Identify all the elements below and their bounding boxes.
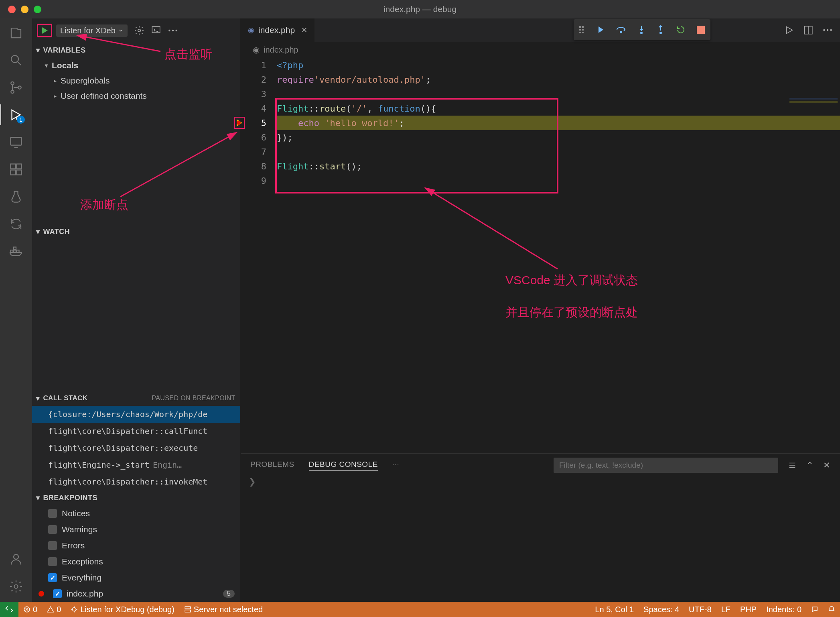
status-eol[interactable]: LF: [716, 602, 735, 617]
docker-icon[interactable]: [8, 243, 24, 259]
accounts-icon[interactable]: [8, 551, 24, 567]
debug-config-select[interactable]: Listen for XDeb: [56, 24, 128, 37]
minimap[interactable]: [789, 98, 838, 122]
status-indent[interactable]: Spaces: 4: [639, 602, 684, 617]
callstack-frame[interactable]: flight\core\Dispatcher::execute: [32, 440, 240, 456]
clear-console-icon[interactable]: [788, 461, 797, 470]
debug-console-shortcut-icon[interactable]: [151, 25, 161, 36]
svg-point-2: [11, 90, 14, 94]
step-over-icon[interactable]: [616, 26, 626, 34]
checkbox-icon[interactable]: ✓: [48, 573, 57, 582]
close-panel-icon[interactable]: ✕: [823, 460, 830, 470]
split-editor-icon[interactable]: [803, 25, 814, 35]
breakpoint-item[interactable]: ✓index.php5: [32, 586, 240, 602]
line-number: 3: [241, 87, 277, 101]
debug-console-filter-input[interactable]: [554, 458, 778, 473]
checkbox-icon[interactable]: [48, 557, 57, 566]
zoom-window-button[interactable]: [34, 6, 41, 13]
current-breakpoint-marker-icon: [234, 117, 245, 129]
close-window-button[interactable]: [8, 6, 16, 13]
svg-rect-7: [11, 170, 16, 175]
breakpoint-item[interactable]: ✓Everything: [32, 570, 240, 586]
more-icon[interactable]: [168, 29, 178, 33]
svg-point-21: [620, 31, 622, 33]
debug-config-label: Listen for XDeb: [60, 26, 116, 35]
start-debug-button[interactable]: [37, 24, 52, 37]
checkbox-icon[interactable]: [48, 525, 57, 534]
breakpoint-item[interactable]: Errors: [32, 538, 240, 554]
debug-toolbar[interactable]: [574, 19, 710, 40]
svg-rect-13: [14, 247, 16, 250]
run-debug-icon[interactable]: 1: [8, 107, 24, 123]
bottom-panel: PROBLEMS DEBUG CONSOLE ··· ⌃ ✕ ❯: [241, 453, 840, 602]
svg-point-19: [172, 30, 174, 31]
status-language[interactable]: PHP: [735, 602, 761, 617]
status-warnings[interactable]: 0: [42, 602, 66, 617]
checkbox-icon[interactable]: [48, 509, 57, 518]
line-number: 4: [241, 101, 277, 116]
svg-rect-6: [11, 164, 16, 169]
explorer-icon[interactable]: [8, 25, 24, 41]
variables-scope[interactable]: ▸Superglobals: [32, 73, 240, 88]
more-icon[interactable]: [822, 29, 833, 32]
stop-icon[interactable]: [697, 26, 705, 34]
step-out-icon[interactable]: [657, 25, 665, 35]
callstack-frame[interactable]: flight\core\Dispatcher::callFunct: [32, 423, 240, 440]
line-gutter[interactable]: 1 2 3 4 5 6 7 8 9: [241, 58, 277, 453]
remote-indicator[interactable]: [0, 602, 18, 617]
continue-icon[interactable]: [595, 25, 605, 35]
callstack-section-header[interactable]: ▾CALL STACKPAUSED ON BREAKPOINT: [32, 391, 240, 406]
minimize-window-button[interactable]: [21, 6, 28, 13]
restart-icon[interactable]: [676, 25, 686, 35]
code-editor[interactable]: <?php require 'vendor/autoload.php'; Fli…: [277, 58, 840, 453]
panel-tab-debug-console[interactable]: DEBUG CONSOLE: [309, 460, 378, 471]
remote-explorer-icon[interactable]: [8, 134, 24, 150]
status-server[interactable]: Server not selected: [179, 602, 268, 617]
debug-console-body[interactable]: ❯: [241, 477, 840, 602]
chevron-up-icon[interactable]: ⌃: [806, 460, 814, 470]
run-icon[interactable]: [784, 25, 794, 35]
svg-point-0: [11, 55, 18, 63]
status-errors[interactable]: 0: [18, 602, 42, 617]
svg-rect-8: [17, 170, 22, 175]
status-cursor-position[interactable]: Ln 5, Col 1: [590, 602, 639, 617]
php-file-icon: ◉: [248, 26, 254, 35]
svg-point-22: [641, 32, 642, 34]
status-indents[interactable]: Indents: 0: [761, 602, 806, 617]
breadcrumb[interactable]: ◉ index.php: [241, 42, 840, 58]
status-debug-config[interactable]: Listen for XDebug (debug): [66, 602, 179, 617]
gear-icon[interactable]: [134, 25, 144, 36]
statusbar: 0 0 Listen for XDebug (debug) Server not…: [0, 602, 840, 617]
line-number: 5: [241, 116, 277, 130]
breakpoint-item[interactable]: Exceptions: [32, 554, 240, 570]
variables-scope[interactable]: ▸User defined constants: [32, 88, 240, 104]
breakpoint-item[interactable]: Notices: [32, 505, 240, 521]
drag-handle-icon[interactable]: [579, 26, 584, 33]
breakpoint-item[interactable]: Warnings: [32, 521, 240, 538]
step-into-icon[interactable]: [637, 25, 645, 35]
watch-section-header[interactable]: ▾WATCH: [32, 224, 240, 239]
checkbox-icon[interactable]: [48, 541, 57, 550]
panel-tab-problems[interactable]: PROBLEMS: [250, 460, 294, 470]
svg-point-3: [18, 86, 21, 89]
line-number: 9: [241, 173, 277, 188]
search-icon[interactable]: [8, 52, 24, 68]
status-encoding[interactable]: UTF-8: [684, 602, 716, 617]
callstack-frame[interactable]: flight\Engine->_startEngin…: [32, 456, 240, 473]
callstack-frame[interactable]: flight\core\Dispatcher::invokeMet: [32, 473, 240, 490]
settings-gear-icon[interactable]: [8, 578, 24, 595]
checkbox-icon[interactable]: ✓: [53, 589, 62, 598]
annotation-click-listen: 点击监听: [164, 46, 213, 63]
notifications-icon[interactable]: [823, 602, 840, 617]
breakpoints-section-header[interactable]: ▾BREAKPOINTS: [32, 490, 240, 505]
editor-tab[interactable]: ◉ index.php ✕: [241, 18, 315, 42]
feedback-icon[interactable]: [806, 602, 823, 617]
callstack-frame[interactable]: {closure:/Users/chaos/Work/php/de: [32, 406, 240, 423]
more-icon[interactable]: ···: [392, 460, 399, 470]
debug-sidebar: Listen for XDeb ▾VARIABLES ▾Locals ▸Supe…: [32, 18, 241, 602]
source-control-icon[interactable]: [8, 79, 24, 96]
close-tab-icon[interactable]: ✕: [301, 26, 307, 35]
refresh-icon[interactable]: [8, 216, 24, 232]
testing-icon[interactable]: [8, 189, 24, 205]
extensions-icon[interactable]: [8, 161, 24, 177]
